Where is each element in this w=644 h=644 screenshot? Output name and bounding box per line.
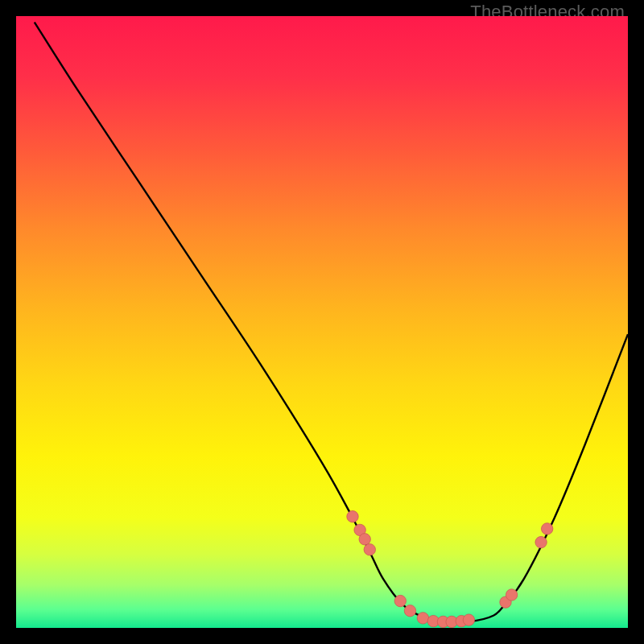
- marker-dot: [359, 534, 370, 545]
- gradient-background: [16, 16, 628, 628]
- marker-dot: [417, 613, 428, 624]
- marker-dot: [394, 595, 406, 606]
- marker-dot: [535, 536, 547, 547]
- marker-dot: [541, 523, 552, 535]
- marker-dot: [463, 614, 474, 625]
- marker-dot: [404, 605, 415, 617]
- marker-dot: [364, 544, 375, 555]
- marker-dot: [347, 510, 358, 522]
- bottleneck-chart: [16, 16, 628, 628]
- chart-frame: [16, 16, 628, 628]
- marker-dot: [506, 589, 517, 601]
